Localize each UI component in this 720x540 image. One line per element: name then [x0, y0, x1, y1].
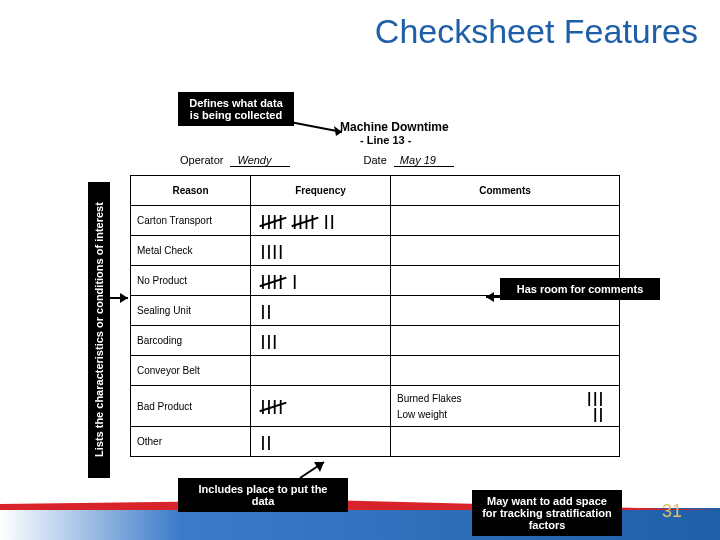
reason-cell: Metal Check [131, 236, 251, 266]
frequency-cell: || [251, 427, 391, 457]
svg-marker-7 [486, 292, 494, 302]
slide-title: Checksheet Features [375, 12, 698, 51]
reason-cell: Sealing Unit [131, 296, 251, 326]
checksheet-table: Reason Frequency Comments Carton Transpo… [130, 175, 620, 457]
callout-room: Has room for comments [500, 278, 660, 300]
comment-cell [391, 326, 620, 356]
comment-cell [391, 206, 620, 236]
comment-cell: Burned Flakes|||Low weight|| [391, 386, 620, 427]
arrow-icon [108, 290, 134, 310]
frequency-cell: |||||||||| [251, 206, 391, 236]
callout-lists: Lists the characteristics or conditions … [88, 182, 110, 478]
svg-marker-3 [120, 293, 128, 303]
col-reason: Reason [131, 176, 251, 206]
col-comments: Comments [391, 176, 620, 206]
callout-bottom: May want to add space for tracking strat… [472, 490, 622, 536]
comment-cell [391, 427, 620, 457]
table-row: Carton Transport |||||||||| [131, 206, 620, 236]
date-value: May 19 [394, 154, 454, 167]
reason-cell: Barcoding [131, 326, 251, 356]
table-row: Bad Product |||| Burned Flakes|||Low wei… [131, 386, 620, 427]
sheet-subtitle: - Line 13 - [360, 134, 411, 146]
operator-value: Wendy [230, 154, 290, 167]
reason-cell: No Product [131, 266, 251, 296]
table-row: Other || [131, 427, 620, 457]
reason-cell: Other [131, 427, 251, 457]
table-row: Sealing Unit || [131, 296, 620, 326]
frequency-cell: |||| [251, 236, 391, 266]
callout-defines: Defines what data is being collected [178, 92, 294, 126]
comment-cell [391, 296, 620, 326]
comment-cell [391, 356, 620, 386]
col-frequency: Frequency [251, 176, 391, 206]
arrow-icon [290, 118, 350, 142]
operator-label: Operator [180, 154, 223, 166]
frequency-cell [251, 356, 391, 386]
sheet-fields: Operator Wendy Date May 19 [180, 154, 454, 167]
table-row: Conveyor Belt [131, 356, 620, 386]
reason-cell: Bad Product [131, 386, 251, 427]
table-row: Metal Check |||| [131, 236, 620, 266]
reason-cell: Carton Transport [131, 206, 251, 236]
callout-includes: Includes place to put the data [178, 478, 348, 512]
reason-cell: Conveyor Belt [131, 356, 251, 386]
table-row: Barcoding ||| [131, 326, 620, 356]
frequency-cell: || [251, 296, 391, 326]
comment-cell [391, 236, 620, 266]
frequency-cell: |||| [251, 386, 391, 427]
frequency-cell: ||||| [251, 266, 391, 296]
sheet-title: Machine Downtime [340, 120, 449, 134]
date-label: Date [364, 154, 387, 166]
page-number: 31 [662, 501, 682, 522]
frequency-cell: ||| [251, 326, 391, 356]
